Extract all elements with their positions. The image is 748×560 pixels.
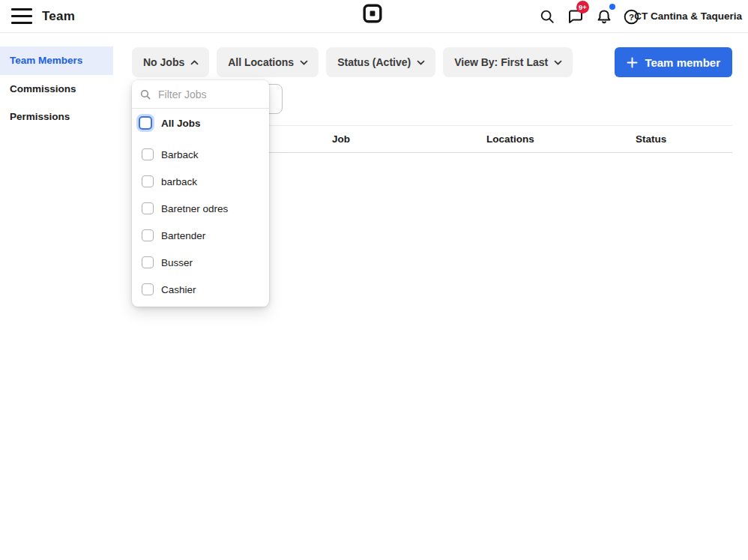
job-option[interactable]: Bartender [132,222,269,249]
job-label: Baretner odres [161,203,228,214]
column-header-status[interactable]: Status [636,126,666,153]
sidebar-item-label: Permissions [10,111,70,122]
add-team-member-label: Team member [645,56,720,69]
page-title: Team [42,0,75,33]
notifications-icon[interactable] [595,0,613,33]
job-checkbox[interactable] [142,283,154,295]
all-jobs-option[interactable]: All Jobs [132,109,269,130]
jobs-filter-search-input[interactable] [158,88,262,100]
sidebar: Team Members Commissions Permissions [0,46,113,131]
job-checkbox[interactable] [142,202,154,214]
column-header-locations[interactable]: Locations [486,126,534,153]
jobs-filter-search-row [132,80,269,109]
job-checkbox[interactable] [142,175,154,187]
jobs-list: Barback barback Baretner odres Bartender… [132,141,269,303]
job-option[interactable]: Cashier [132,276,269,303]
business-name[interactable]: CT Cantina & Taqueria [634,0,742,33]
filter-label: View By: First Last [454,56,548,68]
filter-label: All Locations [228,56,294,68]
filter-label: No Jobs [143,56,184,68]
sidebar-item-team-members[interactable]: Team Members [0,46,113,75]
filter-status-dropdown[interactable]: Status (Active) [326,47,435,77]
jobs-filter-dropdown-panel: All Jobs Barback barback Baretner odres … [132,80,269,307]
messages-badge: 9+ [576,1,589,13]
job-label: barback [161,176,197,187]
svg-text:?: ? [629,12,634,21]
job-option[interactable]: barback [132,168,269,195]
filter-label: Status (Active) [337,56,411,68]
add-team-member-button[interactable]: Team member [615,47,732,77]
chevron-up-icon [190,60,199,65]
messages-icon[interactable]: 9+ [567,0,585,33]
filter-viewby-dropdown[interactable]: View By: First Last [443,47,573,77]
job-option[interactable]: Baretner odres [132,195,269,222]
chevron-down-icon [554,60,562,65]
sidebar-item-label: Team Members [10,55,82,66]
all-jobs-checkbox[interactable] [139,116,152,130]
job-label: Cashier [161,284,196,295]
sidebar-item-commissions[interactable]: Commissions [0,75,113,103]
filter-jobs-dropdown[interactable]: No Jobs [132,47,209,77]
job-checkbox[interactable] [142,256,154,268]
search-icon[interactable] [539,0,555,33]
notification-dot [609,4,615,10]
filter-locations-dropdown[interactable]: All Locations [217,47,319,77]
job-label: Bartender [161,230,205,241]
job-checkbox[interactable] [142,229,154,241]
filter-bar: No Jobs All Locations Status (Active) Vi… [132,47,573,77]
job-checkbox[interactable] [142,148,154,160]
job-label: Busser [161,257,193,268]
search-icon [139,88,151,100]
job-option[interactable]: Busser [132,249,269,276]
hamburger-menu-icon[interactable] [11,8,32,24]
column-header-job[interactable]: Job [332,126,350,153]
sidebar-item-label: Commissions [10,83,76,94]
sidebar-item-permissions[interactable]: Permissions [0,103,113,131]
chevron-down-icon [300,60,308,65]
plus-icon [627,57,638,68]
job-label: Barback [161,149,199,160]
square-logo-icon[interactable] [363,4,382,23]
job-option[interactable]: Barback [132,141,269,168]
chevron-down-icon [417,60,425,65]
all-jobs-label: All Jobs [161,118,201,129]
top-bar: Team 9+ ? CT Cantina & Taqueria [0,0,748,33]
